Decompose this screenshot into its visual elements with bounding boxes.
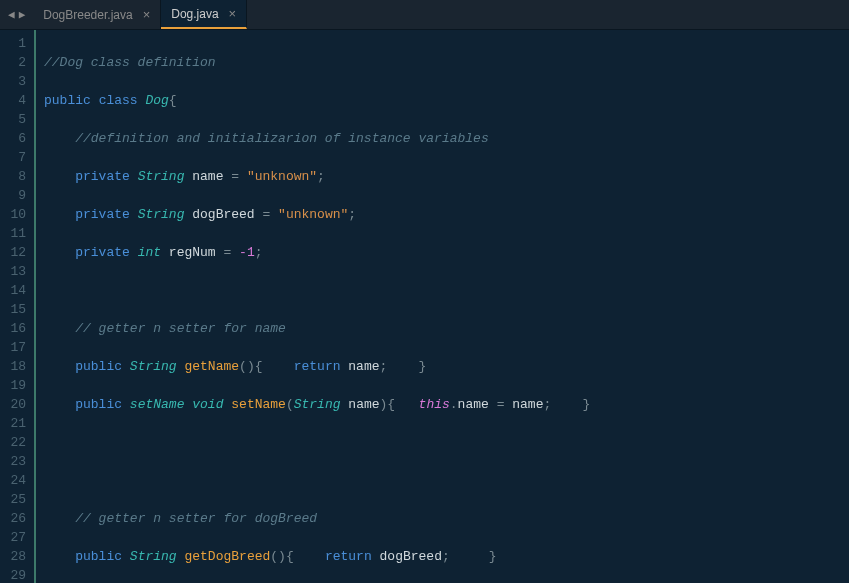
line-number: 7: [4, 148, 26, 167]
line-number: 27: [4, 528, 26, 547]
code-line: //Dog class definition: [44, 53, 849, 72]
close-icon[interactable]: ×: [143, 7, 151, 22]
line-number: 20: [4, 395, 26, 414]
close-icon[interactable]: ×: [229, 6, 237, 21]
line-number: 19: [4, 376, 26, 395]
line-number: 3: [4, 72, 26, 91]
line-number: 15: [4, 300, 26, 319]
tab-dogbreeder[interactable]: DogBreeder.java ×: [33, 0, 161, 29]
tab-nav: ◀ ▶: [0, 8, 33, 21]
code-line: // getter n setter for dogBreed: [44, 509, 849, 528]
tab-bar: ◀ ▶ DogBreeder.java × Dog.java ×: [0, 0, 849, 30]
line-number: 29: [4, 566, 26, 583]
line-number: 11: [4, 224, 26, 243]
line-number: 13: [4, 262, 26, 281]
line-number: 21: [4, 414, 26, 433]
line-number: 2: [4, 53, 26, 72]
line-number: 14: [4, 281, 26, 300]
code-line: [44, 471, 849, 490]
line-number: 10: [4, 205, 26, 224]
code-line: private String name = "unknown";: [44, 167, 849, 186]
code-line: //definition and initializarion of insta…: [44, 129, 849, 148]
code-area[interactable]: //Dog class definition public class Dog{…: [36, 30, 849, 583]
line-number: 22: [4, 433, 26, 452]
line-number: 28: [4, 547, 26, 566]
line-number: 6: [4, 129, 26, 148]
line-number: 16: [4, 319, 26, 338]
line-number: 9: [4, 186, 26, 205]
line-number: 8: [4, 167, 26, 186]
nav-left-icon[interactable]: ◀: [6, 8, 17, 21]
line-number: 23: [4, 452, 26, 471]
code-line: private String dogBreed = "unknown";: [44, 205, 849, 224]
code-line: [44, 281, 849, 300]
editor: 1234567891011121314151617181920212223242…: [0, 30, 849, 583]
tab-label: Dog.java: [171, 7, 218, 21]
gutter: 1234567891011121314151617181920212223242…: [0, 30, 36, 583]
line-number: 26: [4, 509, 26, 528]
nav-right-icon[interactable]: ▶: [17, 8, 28, 21]
code-line: public class Dog{: [44, 91, 849, 110]
code-line: [44, 433, 849, 452]
tab-dog[interactable]: Dog.java ×: [161, 0, 247, 29]
line-number: 4: [4, 91, 26, 110]
line-number: 17: [4, 338, 26, 357]
code-line: private int regNum = -1;: [44, 243, 849, 262]
code-line: public String getName(){ return name; }: [44, 357, 849, 376]
line-number: 1: [4, 34, 26, 53]
line-number: 25: [4, 490, 26, 509]
line-number: 5: [4, 110, 26, 129]
code-line: public setName publicvoid setName(String…: [44, 395, 849, 414]
code-line: public String getDogBreed(){ return dogB…: [44, 547, 849, 566]
code-line: // getter n setter for name: [44, 319, 849, 338]
line-number: 24: [4, 471, 26, 490]
line-number: 12: [4, 243, 26, 262]
line-number: 18: [4, 357, 26, 376]
tab-label: DogBreeder.java: [43, 8, 132, 22]
